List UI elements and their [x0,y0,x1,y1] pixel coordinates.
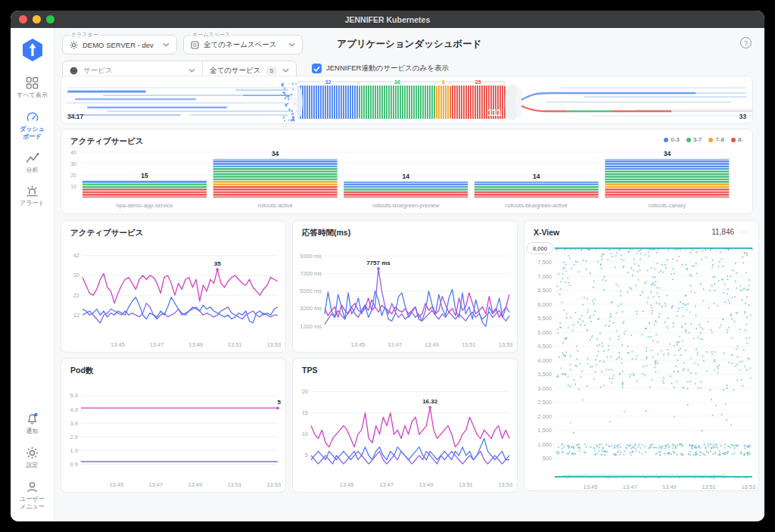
svg-text:4,500: 4,500 [537,343,552,350]
legend-dot [686,138,691,142]
help-button[interactable]: ? [740,37,752,48]
more-menu-icon[interactable]: ··· [739,228,749,236]
sidebar-item-analysis[interactable]: 分析 [11,152,54,174]
settings-icon [26,446,39,459]
app-logo[interactable] [21,38,44,65]
service-flow-card: 323683511134.1733 [61,76,753,124]
sidebar-item-all[interactable]: すべて表示 [11,76,54,99]
svg-text:13:45: 13:45 [109,481,123,488]
svg-text:40: 40 [70,150,76,155]
svg-text:32: 32 [325,79,331,86]
card-title: 応答時間(ms) [302,228,350,238]
tps-card: TPS 510152013:4513:4713:4913:5113:5316.3… [292,358,518,493]
sidebar: すべて表示ダッシュボード分析アラート 通知設定ユーザーメニュー [11,28,54,521]
legend-item: 3-7 [686,136,702,143]
svg-text:14: 14 [402,173,409,180]
svg-text:16.32: 16.32 [422,398,438,405]
legend-item: 8- [731,136,743,143]
active-services-line-chart: 1222324213:4513:4713:4913:5113:5335 [63,241,284,350]
xview-scatter-chart: 7,5007,0006,5006,0005,5005,0004,5004,000… [526,241,757,489]
jennifer-only-checkbox[interactable] [312,64,322,73]
svg-text:13:49: 13:49 [188,481,202,488]
legend-label: 8- [738,136,743,143]
response-time-card: 応答時間(ms) 1200 ms3200 ms5200 ms7200 ms920… [292,220,518,353]
svg-text:8,000: 8,000 [533,245,547,252]
svg-text:13:49: 13:49 [419,481,434,488]
svg-text:1200 ms: 1200 ms [300,323,322,330]
svg-text:15: 15 [141,172,148,179]
svg-text:hpa-demo-app-service: hpa-demo-app-service [116,202,173,209]
jennifer-only-checkbox-label: JENNIFER連動のサービスのみを表示 [326,64,449,73]
legend-dot [708,138,713,142]
legend-label: 3-7 [693,136,702,143]
chevron-down-icon [282,68,289,73]
bar-chart-legend: 0-33-77-88- [664,136,743,143]
svg-text:13:49: 13:49 [662,484,677,489]
svg-text:33: 33 [739,113,747,120]
svg-text:15: 15 [302,409,308,416]
tps-line-chart: 510152013:4513:4713:4913:5113:5316.32 [294,378,515,490]
svg-text:20: 20 [70,173,76,178]
all-icon [26,76,39,89]
jennifer-only-checkbox-row[interactable]: JENNIFER連動のサービスのみを表示 [312,64,449,73]
svg-text:13:45: 13:45 [584,484,598,489]
svg-text:13:47: 13:47 [148,481,163,488]
window-controls [19,15,54,23]
service-count-badge: 5 [266,67,277,75]
sidebar-item-label: すべて表示 [17,92,48,99]
svg-text:9200 ms: 9200 ms [300,253,322,260]
xview-card: X-View 11,846 ··· 7,5007,0006,5006,0005,… [524,220,759,491]
svg-text:500: 500 [542,455,552,462]
svg-text:2,000: 2,000 [537,413,552,420]
zoom-window-button[interactable] [46,15,54,23]
minimize-window-button[interactable] [33,15,41,23]
svg-text:2,500: 2,500 [537,399,552,406]
svg-text:32: 32 [73,272,79,278]
active-services-line-card: アクティブサービス 1222324213:4513:4713:4913:5113… [61,220,286,353]
sidebar-item-dashboard[interactable]: ダッシュボード [11,110,54,141]
svg-text:13:47: 13:47 [150,341,164,348]
svg-text:36: 36 [394,79,400,86]
svg-text:34: 34 [272,150,279,157]
svg-text:34: 34 [664,150,671,157]
svg-text:42: 42 [73,252,79,259]
svg-text:5,000: 5,000 [537,329,552,336]
sidebar-item-label: 分析 [26,166,39,174]
svg-text:13:53: 13:53 [266,481,281,488]
sidebar-item-label: 通知 [26,428,39,435]
card-title: TPS [302,366,317,375]
svg-text:7,500: 7,500 [537,259,552,266]
svg-text:13:45: 13:45 [351,341,366,348]
sidebar-item-user[interactable]: ユーザーメニュー [11,481,54,511]
alert-icon [26,185,39,198]
service-value-select[interactable]: 全てのサービス [210,66,261,76]
svg-text:30: 30 [70,161,76,166]
sidebar-item-label: ダッシュボード [20,126,45,141]
svg-text:13:49: 13:49 [188,341,203,348]
sidebar-item-alert[interactable]: アラート [11,185,54,207]
service-select[interactable]: サービス [83,66,113,76]
svg-text:1,000: 1,000 [537,441,552,448]
svg-text:7757 ms: 7757 ms [366,260,391,266]
svg-text:13:49: 13:49 [425,341,439,348]
pod-count-line-chart: 0.91.92.93.94.95.913:4513:4713:4913:5113… [63,378,284,490]
legend-item: 0-3 [664,136,680,143]
svg-text:14: 14 [533,173,540,180]
svg-text:rollouts-active: rollouts-active [257,202,292,209]
svg-text:13:53: 13:53 [266,341,281,348]
svg-text:rollouts-bluegreen-preview: rollouts-bluegreen-preview [372,202,440,209]
close-window-button[interactable] [19,15,27,23]
svg-text:13:47: 13:47 [379,481,394,488]
svg-text:3,000: 3,000 [537,385,552,392]
main-content: クラスター DEMO SERVER - dev ネームスペース 全てのネームスペ… [54,28,764,521]
sidebar-item-settings[interactable]: 設定 [11,446,54,469]
legend-item: 7-8 [708,136,724,143]
window-title: JENNIFER Kubernetes [345,15,431,24]
svg-text:13:51: 13:51 [702,484,716,489]
legend-dot [731,138,736,142]
titlebar: JENNIFER Kubernetes [11,11,764,28]
svg-text:3200 ms: 3200 ms [300,305,322,312]
active-services-bar-chart: 1020304015hpa-demo-app-service34rollouts… [63,148,751,212]
analysis-icon [26,152,39,164]
sidebar-item-notifications[interactable]: 通知 [11,412,54,435]
